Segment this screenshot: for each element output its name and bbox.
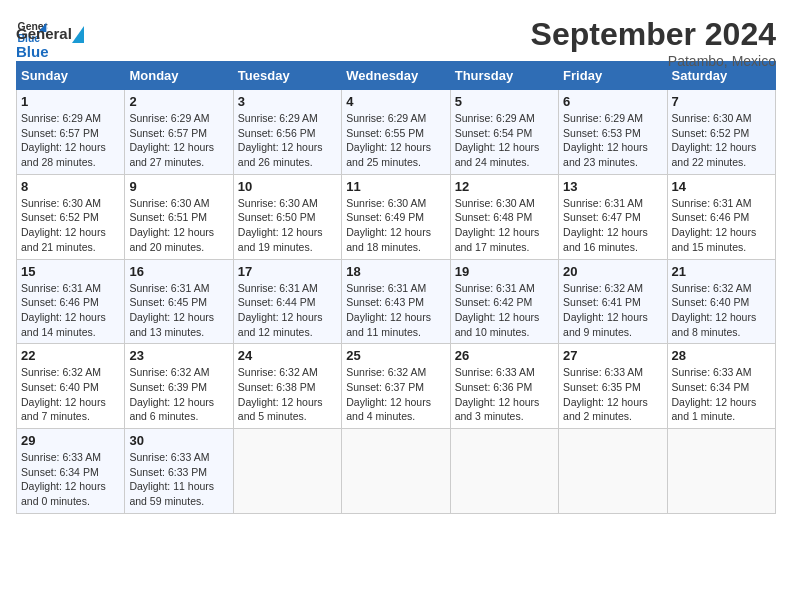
week-row-4: 22 Sunrise: 6:32 AMSunset: 6:40 PMDaylig… — [17, 344, 776, 429]
day-info: Sunrise: 6:30 AMSunset: 6:51 PMDaylight:… — [129, 196, 228, 255]
calendar-cell: 5 Sunrise: 6:29 AMSunset: 6:54 PMDayligh… — [450, 90, 558, 175]
day-number: 19 — [455, 264, 554, 279]
calendar-cell: 13 Sunrise: 6:31 AMSunset: 6:47 PMDaylig… — [559, 174, 667, 259]
day-info: Sunrise: 6:31 AMSunset: 6:43 PMDaylight:… — [346, 281, 445, 340]
general-blue-logo-svg: General Blue — [16, 21, 86, 67]
calendar-cell: 28 Sunrise: 6:33 AMSunset: 6:34 PMDaylig… — [667, 344, 775, 429]
day-info: Sunrise: 6:30 AMSunset: 6:52 PMDaylight:… — [672, 111, 771, 170]
day-info: Sunrise: 6:33 AMSunset: 6:34 PMDaylight:… — [672, 365, 771, 424]
day-info: Sunrise: 6:31 AMSunset: 6:46 PMDaylight:… — [21, 281, 120, 340]
day-number: 18 — [346, 264, 445, 279]
day-info: Sunrise: 6:32 AMSunset: 6:37 PMDaylight:… — [346, 365, 445, 424]
calendar-cell: 9 Sunrise: 6:30 AMSunset: 6:51 PMDayligh… — [125, 174, 233, 259]
calendar-cell: 18 Sunrise: 6:31 AMSunset: 6:43 PMDaylig… — [342, 259, 450, 344]
calendar-cell: 24 Sunrise: 6:32 AMSunset: 6:38 PMDaylig… — [233, 344, 341, 429]
month-title: September 2024 — [531, 16, 776, 53]
day-info: Sunrise: 6:33 AMSunset: 6:34 PMDaylight:… — [21, 450, 120, 509]
day-number: 25 — [346, 348, 445, 363]
day-number: 4 — [346, 94, 445, 109]
day-info: Sunrise: 6:30 AMSunset: 6:49 PMDaylight:… — [346, 196, 445, 255]
day-info: Sunrise: 6:32 AMSunset: 6:40 PMDaylight:… — [672, 281, 771, 340]
calendar-cell: 22 Sunrise: 6:32 AMSunset: 6:40 PMDaylig… — [17, 344, 125, 429]
day-info: Sunrise: 6:31 AMSunset: 6:45 PMDaylight:… — [129, 281, 228, 340]
day-info: Sunrise: 6:32 AMSunset: 6:40 PMDaylight:… — [21, 365, 120, 424]
header-day-tuesday: Tuesday — [233, 62, 341, 90]
day-info: Sunrise: 6:30 AMSunset: 6:48 PMDaylight:… — [455, 196, 554, 255]
week-row-1: 1 Sunrise: 6:29 AMSunset: 6:57 PMDayligh… — [17, 90, 776, 175]
calendar-cell: 10 Sunrise: 6:30 AMSunset: 6:50 PMDaylig… — [233, 174, 341, 259]
day-number: 8 — [21, 179, 120, 194]
header-day-wednesday: Wednesday — [342, 62, 450, 90]
calendar-cell: 21 Sunrise: 6:32 AMSunset: 6:40 PMDaylig… — [667, 259, 775, 344]
svg-marker-5 — [72, 26, 84, 43]
calendar-cell: 25 Sunrise: 6:32 AMSunset: 6:37 PMDaylig… — [342, 344, 450, 429]
day-number: 29 — [21, 433, 120, 448]
calendar-cell: 3 Sunrise: 6:29 AMSunset: 6:56 PMDayligh… — [233, 90, 341, 175]
calendar-cell — [667, 429, 775, 514]
calendar-cell: 23 Sunrise: 6:32 AMSunset: 6:39 PMDaylig… — [125, 344, 233, 429]
day-number: 12 — [455, 179, 554, 194]
day-info: Sunrise: 6:29 AMSunset: 6:57 PMDaylight:… — [21, 111, 120, 170]
calendar-cell: 2 Sunrise: 6:29 AMSunset: 6:57 PMDayligh… — [125, 90, 233, 175]
day-number: 9 — [129, 179, 228, 194]
calendar-cell: 8 Sunrise: 6:30 AMSunset: 6:52 PMDayligh… — [17, 174, 125, 259]
day-number: 27 — [563, 348, 662, 363]
day-info: Sunrise: 6:31 AMSunset: 6:46 PMDaylight:… — [672, 196, 771, 255]
calendar-cell: 17 Sunrise: 6:31 AMSunset: 6:44 PMDaylig… — [233, 259, 341, 344]
day-info: Sunrise: 6:29 AMSunset: 6:55 PMDaylight:… — [346, 111, 445, 170]
calendar-cell — [233, 429, 341, 514]
day-number: 17 — [238, 264, 337, 279]
day-number: 23 — [129, 348, 228, 363]
day-info: Sunrise: 6:29 AMSunset: 6:56 PMDaylight:… — [238, 111, 337, 170]
day-info: Sunrise: 6:32 AMSunset: 6:41 PMDaylight:… — [563, 281, 662, 340]
day-info: Sunrise: 6:29 AMSunset: 6:53 PMDaylight:… — [563, 111, 662, 170]
calendar-cell: 27 Sunrise: 6:33 AMSunset: 6:35 PMDaylig… — [559, 344, 667, 429]
svg-text:General: General — [16, 25, 72, 42]
day-number: 30 — [129, 433, 228, 448]
week-row-3: 15 Sunrise: 6:31 AMSunset: 6:46 PMDaylig… — [17, 259, 776, 344]
calendar-cell: 11 Sunrise: 6:30 AMSunset: 6:49 PMDaylig… — [342, 174, 450, 259]
day-info: Sunrise: 6:33 AMSunset: 6:36 PMDaylight:… — [455, 365, 554, 424]
title-block: September 2024 Patambo, Mexico — [531, 16, 776, 69]
calendar-cell — [559, 429, 667, 514]
day-number: 21 — [672, 264, 771, 279]
day-number: 10 — [238, 179, 337, 194]
calendar-cell: 7 Sunrise: 6:30 AMSunset: 6:52 PMDayligh… — [667, 90, 775, 175]
svg-text:Blue: Blue — [16, 43, 49, 60]
day-number: 20 — [563, 264, 662, 279]
calendar-cell — [450, 429, 558, 514]
calendar-cell — [342, 429, 450, 514]
day-number: 26 — [455, 348, 554, 363]
day-info: Sunrise: 6:31 AMSunset: 6:42 PMDaylight:… — [455, 281, 554, 340]
day-info: Sunrise: 6:30 AMSunset: 6:52 PMDaylight:… — [21, 196, 120, 255]
week-row-2: 8 Sunrise: 6:30 AMSunset: 6:52 PMDayligh… — [17, 174, 776, 259]
header-day-monday: Monday — [125, 62, 233, 90]
calendar-table: SundayMondayTuesdayWednesdayThursdayFrid… — [16, 61, 776, 514]
calendar-cell: 29 Sunrise: 6:33 AMSunset: 6:34 PMDaylig… — [17, 429, 125, 514]
calendar-cell: 6 Sunrise: 6:29 AMSunset: 6:53 PMDayligh… — [559, 90, 667, 175]
day-number: 14 — [672, 179, 771, 194]
calendar-cell: 15 Sunrise: 6:31 AMSunset: 6:46 PMDaylig… — [17, 259, 125, 344]
day-info: Sunrise: 6:33 AMSunset: 6:35 PMDaylight:… — [563, 365, 662, 424]
week-row-5: 29 Sunrise: 6:33 AMSunset: 6:34 PMDaylig… — [17, 429, 776, 514]
day-number: 11 — [346, 179, 445, 194]
day-number: 2 — [129, 94, 228, 109]
day-info: Sunrise: 6:31 AMSunset: 6:47 PMDaylight:… — [563, 196, 662, 255]
day-number: 7 — [672, 94, 771, 109]
calendar-cell: 19 Sunrise: 6:31 AMSunset: 6:42 PMDaylig… — [450, 259, 558, 344]
day-info: Sunrise: 6:30 AMSunset: 6:50 PMDaylight:… — [238, 196, 337, 255]
day-number: 24 — [238, 348, 337, 363]
day-number: 28 — [672, 348, 771, 363]
day-number: 22 — [21, 348, 120, 363]
day-number: 1 — [21, 94, 120, 109]
calendar-cell: 12 Sunrise: 6:30 AMSunset: 6:48 PMDaylig… — [450, 174, 558, 259]
day-number: 13 — [563, 179, 662, 194]
calendar-cell: 4 Sunrise: 6:29 AMSunset: 6:55 PMDayligh… — [342, 90, 450, 175]
day-number: 5 — [455, 94, 554, 109]
day-info: Sunrise: 6:32 AMSunset: 6:39 PMDaylight:… — [129, 365, 228, 424]
calendar-cell: 16 Sunrise: 6:31 AMSunset: 6:45 PMDaylig… — [125, 259, 233, 344]
day-info: Sunrise: 6:29 AMSunset: 6:57 PMDaylight:… — [129, 111, 228, 170]
day-number: 15 — [21, 264, 120, 279]
location: Patambo, Mexico — [531, 53, 776, 69]
day-number: 6 — [563, 94, 662, 109]
